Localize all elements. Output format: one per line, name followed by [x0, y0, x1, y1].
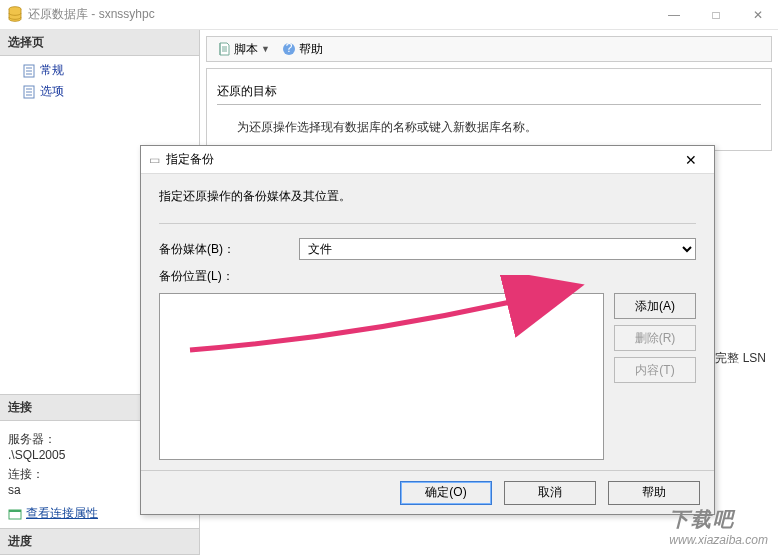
- main-titlebar[interactable]: 还原数据库 - sxnssyhpc — □ ✕: [0, 0, 778, 30]
- minimize-button[interactable]: —: [662, 8, 686, 22]
- sidebar-item-options[interactable]: 选项: [0, 81, 199, 102]
- dialog-titlebar[interactable]: ▭ 指定备份 ✕: [141, 146, 714, 174]
- sidebar-item-label: 常规: [40, 62, 64, 79]
- script-icon: [217, 42, 231, 56]
- select-page-header: 选择页: [0, 30, 199, 56]
- dialog-footer: 确定(O) 取消 帮助: [141, 470, 714, 514]
- window-icon: ▭: [149, 153, 160, 167]
- col-full-lsn: 完整 LSN: [715, 350, 766, 367]
- restore-target-panel: 还原的目标 为还原操作选择现有数据库的名称或键入新数据库名称。: [206, 68, 772, 151]
- chevron-down-icon: ▼: [261, 44, 270, 54]
- toolbar: 脚本 ▼ ? 帮助: [206, 36, 772, 62]
- backup-location-listbox[interactable]: [159, 293, 604, 460]
- help-icon: ?: [282, 42, 296, 56]
- page-icon: [22, 64, 36, 78]
- ok-button[interactable]: 确定(O): [400, 481, 492, 505]
- restore-target-desc: 为还原操作选择现有数据库的名称或键入新数据库名称。: [217, 119, 761, 136]
- backup-location-label: 备份位置(L)：: [159, 268, 299, 285]
- add-button[interactable]: 添加(A): [614, 293, 696, 319]
- dialog-message: 指定还原操作的备份媒体及其位置。: [159, 188, 696, 205]
- restore-target-title: 还原的目标: [217, 83, 761, 105]
- svg-text:?: ?: [286, 42, 293, 55]
- help-button[interactable]: ? 帮助: [278, 41, 327, 58]
- help-button[interactable]: 帮助: [608, 481, 700, 505]
- sidebar-item-label: 选项: [40, 83, 64, 100]
- backup-media-label: 备份媒体(B)：: [159, 241, 299, 258]
- close-button[interactable]: ✕: [746, 8, 770, 22]
- divider: [159, 223, 696, 224]
- backup-media-select[interactable]: 文件: [299, 238, 696, 260]
- sidebar-item-general[interactable]: 常规: [0, 60, 199, 81]
- script-button[interactable]: 脚本 ▼: [213, 41, 274, 58]
- page-icon: [22, 85, 36, 99]
- specify-backup-dialog: ▭ 指定备份 ✕ 指定还原操作的备份媒体及其位置。 备份媒体(B)： 文件 备份…: [140, 145, 715, 515]
- contents-button: 内容(T): [614, 357, 696, 383]
- database-icon: [8, 6, 22, 24]
- dialog-title: 指定备份: [166, 151, 676, 168]
- properties-icon: [8, 507, 22, 521]
- dialog-close-button[interactable]: ✕: [676, 152, 706, 168]
- progress-header: 进度: [0, 529, 199, 555]
- remove-button: 删除(R): [614, 325, 696, 351]
- watermark: 下载吧 www.xiazaiba.com: [669, 506, 768, 547]
- window-title: 还原数据库 - sxnssyhpc: [28, 6, 662, 23]
- svg-rect-10: [9, 510, 21, 512]
- cancel-button[interactable]: 取消: [504, 481, 596, 505]
- maximize-button[interactable]: □: [704, 8, 728, 22]
